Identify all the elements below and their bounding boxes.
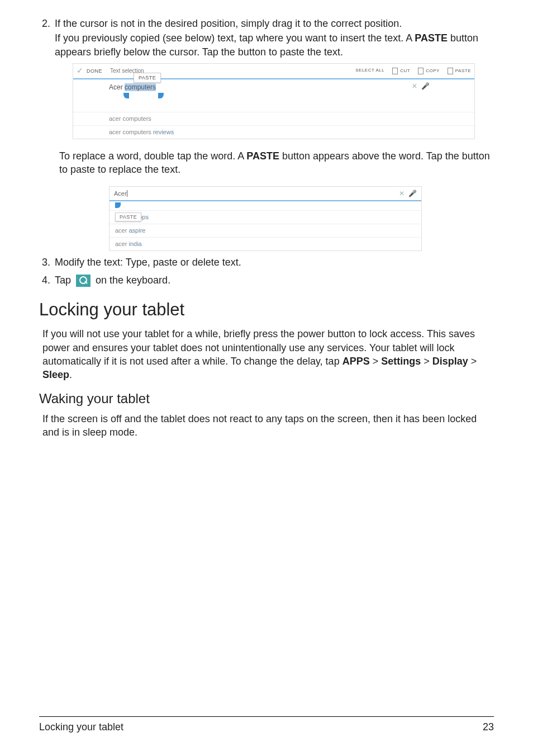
paste-bold: PASTE xyxy=(246,150,279,162)
select-all-action: SELECT ALL xyxy=(355,68,384,74)
mic-icon: 🎤 xyxy=(408,190,417,197)
cut-icon xyxy=(392,68,398,74)
text: To replace a word, double tap the word. … xyxy=(59,150,246,162)
screenshot-paste-replace: Acer ✕ 🎤 acer laptops PASTE acer aspire … xyxy=(109,186,422,251)
selection-handle-left xyxy=(123,93,129,98)
text: If you previously copied (see below) tex… xyxy=(55,32,415,44)
suggestion-row: acer aspire xyxy=(110,224,421,237)
search-text: Acer computers xyxy=(109,83,156,91)
paste-bold: PASTE xyxy=(415,32,448,44)
apps-bold: APPS xyxy=(342,356,370,367)
list-item-2: 2. If the cursor is not in the desired p… xyxy=(39,17,494,60)
done-label: DONE xyxy=(87,68,102,74)
checkmark-icon: ✓ xyxy=(77,65,83,76)
cursor-handle xyxy=(115,202,121,208)
paragraph: If you previously copied (see below) tex… xyxy=(55,31,494,59)
cut-action: CUT xyxy=(392,68,410,74)
toolbar-actions: SELECT ALL CUT COPY PASTE xyxy=(355,68,471,74)
list-item-4: 4. Tap on the keyboard. xyxy=(39,273,494,288)
search-row: Acer computers ✕ 🎤 xyxy=(73,79,474,112)
suggestion-row: acer computers xyxy=(73,112,474,125)
close-icon: ✕ xyxy=(412,82,417,90)
heading-locking: Locking your tablet xyxy=(39,298,494,322)
input-icons: ✕ 🎤 xyxy=(399,189,417,198)
paragraph: To replace a word, double tap the word. … xyxy=(59,149,494,177)
text: If the cursor is not in the desired posi… xyxy=(55,18,402,29)
highlighted-text: computers xyxy=(125,83,156,91)
selection-handle-right xyxy=(158,93,164,98)
list-number: 3. xyxy=(39,256,55,270)
selection-toolbar: ✓ DONE Text selection PASTE SELECT ALL C… xyxy=(73,64,474,79)
screenshot-text-selection: ✓ DONE Text selection PASTE SELECT ALL C… xyxy=(73,63,475,139)
sleep-bold: Sleep xyxy=(42,369,69,380)
suggestion-row: acer india xyxy=(110,237,421,251)
list-content: Tap on the keyboard. xyxy=(55,273,494,288)
list-item-3: 3. Modify the text: Type, paste or delet… xyxy=(39,256,494,270)
input-icons: ✕ 🎤 xyxy=(412,82,430,91)
suggestion-row: acer computers reviews xyxy=(73,125,474,139)
text-cursor xyxy=(127,190,127,197)
paragraph: If the screen is off and the tablet does… xyxy=(42,412,494,440)
list-content: Modify the text: Type, paste or delete t… xyxy=(55,256,494,270)
mic-icon: 🎤 xyxy=(421,82,430,90)
text: Acer xyxy=(109,83,125,91)
copy-action: COPY xyxy=(418,68,440,74)
page-footer: Locking your tablet 23 xyxy=(39,716,494,734)
search-input-text: Acer xyxy=(114,190,127,198)
text: Tap xyxy=(55,275,74,286)
paragraph: Modify the text: Type, paste or delete t… xyxy=(55,256,494,269)
paste-action: PASTE xyxy=(448,68,471,74)
paste-chip: PASTE xyxy=(115,212,141,221)
text: on the keyboard. xyxy=(93,275,170,286)
paragraph: Tap on the keyboard. xyxy=(55,273,494,287)
copy-icon xyxy=(418,68,423,74)
search-icon xyxy=(76,275,91,287)
selection-handles xyxy=(109,93,474,100)
list-number: 2. xyxy=(39,17,55,60)
list-content: If the cursor is not in the desired posi… xyxy=(55,17,494,60)
list-number: 4. xyxy=(39,273,55,288)
paragraph: If the cursor is not in the desired posi… xyxy=(55,17,494,30)
settings-bold: Settings xyxy=(381,356,421,367)
search-input-row: Acer ✕ 🎤 xyxy=(110,187,421,201)
heading-waking: Waking your tablet xyxy=(39,390,494,408)
close-icon: ✕ xyxy=(399,190,404,197)
display-bold: Display xyxy=(432,356,468,367)
page-number: 23 xyxy=(483,720,494,734)
footer-title: Locking your tablet xyxy=(39,720,123,734)
suggestion-row: acer laptops xyxy=(110,210,421,224)
paste-icon xyxy=(448,68,453,74)
paragraph: If you will not use your tablet for a wh… xyxy=(42,327,494,381)
